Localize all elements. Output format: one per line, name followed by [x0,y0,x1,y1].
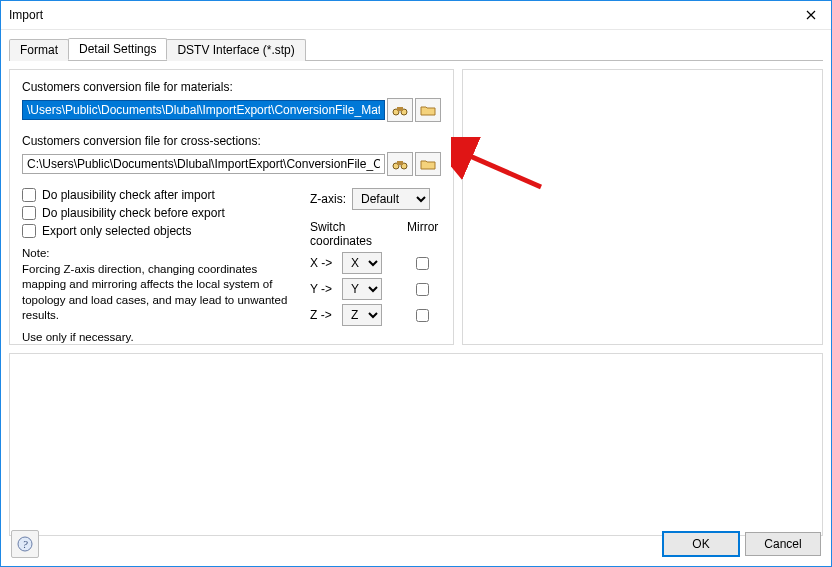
plausibility-before-label: Do plausibility check before export [42,206,225,220]
binoculars-icon [392,103,408,117]
settings-panel: Customers conversion file for materials:… [9,69,454,345]
plausibility-after-checkbox[interactable] [22,188,36,202]
help-button[interactable]: ? [11,530,39,558]
options-grid: Do plausibility check after import Do pl… [22,188,441,345]
zaxis-label: Z-axis: [310,192,346,206]
mirror-label: Mirror [407,220,438,248]
switch-y-select[interactable]: Y [342,278,382,300]
preview-panel [462,69,823,345]
cross-sections-path-input[interactable] [22,154,385,174]
plausibility-before-check[interactable]: Do plausibility check before export [22,206,302,220]
note-title: Note: [22,246,302,262]
axis-column: Z-axis: Default Switch coordinates Mirro… [310,188,441,345]
mirror-y-checkbox[interactable] [416,283,429,296]
materials-open-button[interactable] [415,98,441,122]
materials-browse-button[interactable] [387,98,413,122]
export-selected-label: Export only selected objects [42,224,191,238]
content-area: Customers conversion file for materials:… [1,61,831,353]
switch-row-y: Y -> Y [310,278,441,300]
cross-sections-row [22,152,441,176]
mirror-z-checkbox[interactable] [416,309,429,322]
close-icon [806,10,816,20]
folder-open-icon [420,158,436,170]
export-selected-checkbox[interactable] [22,224,36,238]
switch-row-z: Z -> Z [310,304,441,326]
help-icon: ? [17,536,33,552]
switch-y-label: Y -> [310,282,336,296]
svg-text:?: ? [22,538,28,550]
tab-detail-settings[interactable]: Detail Settings [68,38,167,60]
switch-header: Switch coordinates Mirror [310,220,441,248]
svg-rect-5 [397,161,403,165]
note-body: Forcing Z-axis direction, changing coord… [22,262,302,324]
switch-z-select[interactable]: Z [342,304,382,326]
folder-open-icon [420,104,436,116]
import-dialog: Import Format Detail Settings DSTV Inter… [0,0,832,567]
tab-dstv-interface[interactable]: DSTV Interface (*.stp) [166,39,305,61]
note-block: Note: Forcing Z-axis direction, changing… [22,246,302,345]
window-title: Import [9,8,791,22]
materials-label: Customers conversion file for materials: [22,80,441,94]
titlebar: Import [1,1,831,30]
switch-x-select[interactable]: X [342,252,382,274]
zaxis-select[interactable]: Default [352,188,430,210]
lower-panel [9,353,823,536]
tab-format[interactable]: Format [9,39,69,61]
materials-row [22,98,441,122]
switch-coords-label: Switch coordinates [310,220,365,248]
plausibility-after-label: Do plausibility check after import [42,188,215,202]
mirror-x-checkbox[interactable] [416,257,429,270]
note-use: Use only if necessary. [22,330,302,346]
tabstrip: Format Detail Settings DSTV Interface (*… [9,38,823,61]
cross-sections-browse-button[interactable] [387,152,413,176]
cross-sections-label: Customers conversion file for cross-sect… [22,134,441,148]
switch-x-label: X -> [310,256,336,270]
cancel-button[interactable]: Cancel [745,532,821,556]
plausibility-after-check[interactable]: Do plausibility check after import [22,188,302,202]
zaxis-row: Z-axis: Default [310,188,441,210]
cross-sections-open-button[interactable] [415,152,441,176]
materials-path-input[interactable] [22,100,385,120]
plausibility-before-checkbox[interactable] [22,206,36,220]
ok-button[interactable]: OK [663,532,739,556]
footer: ? OK Cancel [1,522,831,566]
export-selected-check[interactable]: Export only selected objects [22,224,302,238]
binoculars-icon [392,157,408,171]
svg-rect-2 [397,107,403,111]
close-button[interactable] [791,1,831,29]
checks-column: Do plausibility check after import Do pl… [22,188,302,345]
switch-z-label: Z -> [310,308,336,322]
switch-row-x: X -> X [310,252,441,274]
